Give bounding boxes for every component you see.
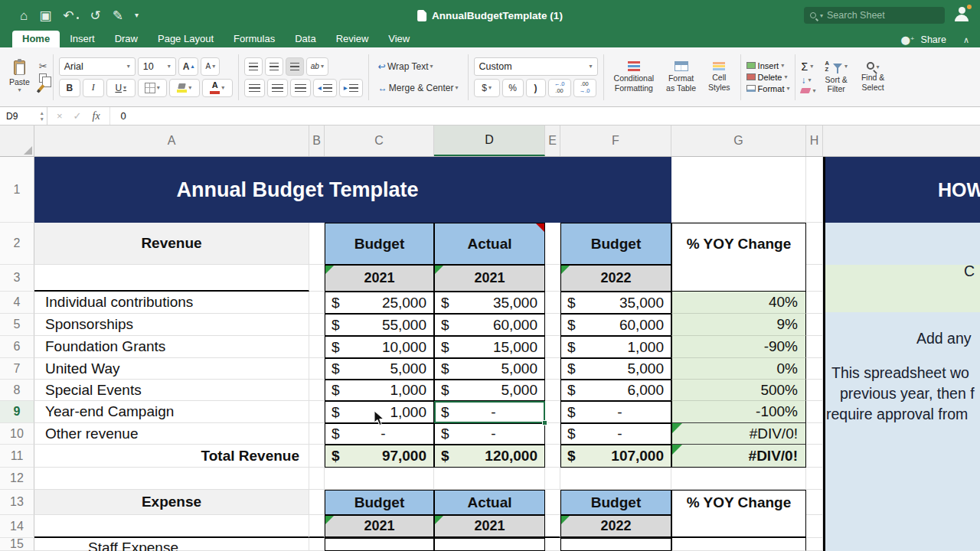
tab-review[interactable]: Review bbox=[326, 31, 379, 47]
cell-G1[interactable] bbox=[671, 157, 806, 223]
cell[interactable] bbox=[806, 336, 823, 358]
home-icon[interactable]: ⌂ bbox=[20, 9, 28, 22]
borders-button[interactable]: ▾ bbox=[138, 79, 167, 97]
cell-A6[interactable]: Foundation Grants bbox=[34, 336, 309, 358]
cell-G4[interactable]: 40% bbox=[671, 292, 806, 314]
cell[interactable] bbox=[309, 468, 325, 490]
align-top-button[interactable] bbox=[244, 57, 263, 76]
help-panel-header[interactable]: HOW bbox=[823, 157, 980, 223]
col-header-H[interactable]: H bbox=[806, 126, 823, 156]
format-painter-icon[interactable] bbox=[36, 84, 44, 93]
cell-expense-yoy-header[interactable]: % YOY Change bbox=[671, 490, 806, 515]
cell[interactable] bbox=[806, 265, 823, 292]
cell-D7[interactable]: $5,000 bbox=[434, 358, 545, 380]
cell[interactable] bbox=[806, 468, 823, 490]
merge-center-button[interactable]: ↔ Merge & Center▾ bbox=[374, 79, 462, 97]
cell-G11[interactable]: #DIV/0! bbox=[671, 445, 806, 468]
cut-icon[interactable]: ✂ bbox=[39, 60, 47, 72]
save-icon[interactable]: ▣ bbox=[39, 9, 51, 22]
cell[interactable] bbox=[309, 445, 325, 468]
italic-button[interactable]: I bbox=[83, 79, 104, 97]
cell-C4[interactable]: $25,000 bbox=[325, 292, 434, 314]
cell[interactable] bbox=[806, 358, 823, 380]
col-header-C[interactable]: C bbox=[325, 126, 434, 156]
cell[interactable] bbox=[545, 336, 560, 358]
cell[interactable] bbox=[309, 490, 325, 515]
row-header-9[interactable]: 9 bbox=[0, 401, 34, 423]
cell-revenue-label[interactable]: Revenue bbox=[34, 223, 309, 265]
cell[interactable] bbox=[806, 223, 823, 265]
row-header-1[interactable]: 1 bbox=[0, 157, 34, 223]
cell[interactable] bbox=[325, 468, 434, 490]
cell-A5[interactable]: Sponsorships bbox=[34, 314, 309, 336]
cell[interactable] bbox=[806, 423, 823, 445]
col-header-A[interactable]: A bbox=[34, 126, 309, 156]
cell[interactable] bbox=[545, 358, 560, 380]
tab-formulas[interactable]: Formulas bbox=[224, 31, 285, 47]
tab-data[interactable]: Data bbox=[285, 31, 325, 47]
col-header-B[interactable]: B bbox=[309, 126, 325, 156]
align-center-button[interactable] bbox=[267, 79, 288, 97]
cell-year-2021-budget[interactable]: 2021 bbox=[325, 265, 434, 292]
underline-button[interactable]: U▾ bbox=[106, 79, 136, 97]
edit-icon[interactable]: ✎ bbox=[113, 9, 123, 22]
cell[interactable] bbox=[309, 223, 325, 265]
cell-G14[interactable] bbox=[671, 515, 806, 538]
cell-F7[interactable]: $5,000 bbox=[560, 358, 671, 380]
cell[interactable] bbox=[545, 423, 560, 445]
cell[interactable] bbox=[309, 358, 325, 380]
increase-decimal-button[interactable]: ←.0.00 bbox=[548, 79, 571, 97]
cell-expense-year-2021b[interactable]: 2021 bbox=[434, 515, 545, 538]
col-header-D[interactable]: D bbox=[434, 126, 545, 156]
cell[interactable] bbox=[545, 223, 560, 265]
copy-icon[interactable] bbox=[39, 73, 47, 83]
cell[interactable] bbox=[309, 538, 325, 551]
row-header-5[interactable]: 5 bbox=[0, 314, 34, 336]
account-button[interactable] bbox=[952, 5, 971, 24]
bold-button[interactable]: B bbox=[59, 79, 80, 97]
cell[interactable] bbox=[545, 515, 560, 538]
align-middle-button[interactable] bbox=[265, 57, 283, 76]
row-header-7[interactable]: 7 bbox=[0, 358, 34, 380]
cell-G9[interactable]: -100% bbox=[671, 401, 806, 423]
cell-F15[interactable] bbox=[560, 538, 671, 551]
cell[interactable] bbox=[545, 265, 560, 292]
cell-C7[interactable]: $5,000 bbox=[325, 358, 434, 380]
cell[interactable] bbox=[309, 314, 325, 336]
cell-G6[interactable]: -90% bbox=[671, 336, 806, 358]
cell[interactable] bbox=[545, 538, 560, 551]
format-as-table-button[interactable]: Format as Table bbox=[662, 54, 701, 100]
cell[interactable] bbox=[545, 292, 560, 314]
cancel-icon[interactable]: × bbox=[57, 110, 63, 122]
cell-C11[interactable]: $97,000 bbox=[325, 445, 434, 468]
cell[interactable] bbox=[309, 401, 325, 423]
cell[interactable] bbox=[434, 468, 545, 490]
cell-D15[interactable] bbox=[434, 538, 545, 551]
cell-G10[interactable]: #DIV/0! bbox=[671, 423, 806, 445]
cell[interactable] bbox=[806, 314, 823, 336]
cell-A8[interactable]: Special Events bbox=[34, 380, 309, 401]
cell-D11[interactable]: $120,000 bbox=[434, 445, 545, 468]
cell-G3[interactable] bbox=[671, 265, 806, 292]
name-box-stepper[interactable]: ▲▼ bbox=[40, 110, 44, 121]
cell-expense-budget2-header[interactable]: Budget bbox=[560, 490, 671, 515]
align-bottom-button[interactable] bbox=[286, 57, 304, 76]
align-left-button[interactable] bbox=[244, 79, 265, 97]
cell[interactable] bbox=[545, 314, 560, 336]
cell-C8[interactable]: $1,000 bbox=[325, 380, 434, 401]
cell-A10[interactable]: Other revenue bbox=[34, 423, 309, 445]
cell-total-revenue-label[interactable]: Total Revenue bbox=[34, 445, 309, 468]
font-name-select[interactable]: Arial▾ bbox=[59, 57, 136, 76]
cell-year-2022-budget[interactable]: 2022 bbox=[560, 265, 671, 292]
fill-button[interactable]: ↓▾ bbox=[801, 75, 815, 86]
decrease-indent-button[interactable]: ◂ bbox=[313, 79, 337, 97]
insert-cells-button[interactable]: Insert▾ bbox=[746, 61, 790, 70]
cell[interactable] bbox=[545, 401, 560, 423]
cell-F4[interactable]: $35,000 bbox=[560, 292, 671, 314]
cell[interactable] bbox=[806, 490, 823, 515]
cell-F10[interactable]: $- bbox=[560, 423, 671, 445]
cell-A4[interactable]: Individual contributions bbox=[34, 292, 309, 314]
tab-view[interactable]: View bbox=[378, 31, 420, 47]
col-header-G[interactable]: G bbox=[671, 126, 806, 156]
cell-D5[interactable]: $60,000 bbox=[434, 314, 545, 336]
